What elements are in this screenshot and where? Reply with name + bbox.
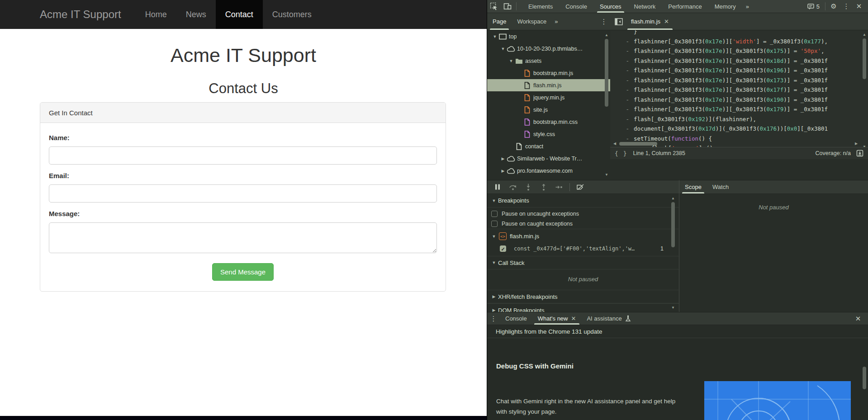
editor-vertical-scrollbar[interactable]: ▲ ▼ — [862, 32, 867, 150]
xhr-breakpoints-section-header[interactable]: ▶ XHR/fetch Breakpoints — [487, 290, 679, 303]
scrollbar-thumb[interactable] — [863, 367, 866, 389]
triangle-expanded-icon[interactable]: ▼ — [492, 34, 498, 39]
debugger-scrollbar[interactable]: ▲ ▼ — [670, 196, 676, 311]
code-line[interactable]: -flashinner[_0x3801f3(0x17e)][_0x3801f3(… — [610, 95, 861, 105]
line-gutter[interactable]: - — [610, 96, 634, 103]
tree-item-assets[interactable]: ▼assets — [487, 55, 610, 67]
send-message-button[interactable]: Send Message — [212, 263, 274, 281]
file-tab-flash-min-js[interactable]: flash.min.js ✕ — [626, 13, 674, 30]
tree-item-jquery.min.js[interactable]: jquery.min.js — [487, 91, 610, 104]
navigator-more-tabs-chevron[interactable]: » — [552, 18, 561, 25]
article-title-debug-css[interactable]: Debug CSS with Gemini — [496, 362, 574, 370]
name-field[interactable] — [49, 146, 437, 165]
devtools-tab-sources[interactable]: Sources — [593, 0, 628, 13]
line-gutter[interactable]: - — [610, 125, 634, 132]
code-line[interactable]: } — [610, 30, 861, 37]
devtools-tab-performance[interactable]: Performance — [662, 0, 708, 13]
drawer-tab-console[interactable]: Console — [500, 312, 532, 325]
tree-item-similarweb-website-tr-[interactable]: ▶Similarweb - Website Tr… — [487, 152, 610, 165]
code-line[interactable]: -flash[_0x3801f3(0x192)](flashinner), — [610, 114, 861, 124]
line-gutter[interactable]: - — [610, 116, 634, 123]
drawer-tab-close-icon[interactable]: ✕ — [571, 315, 576, 322]
tree-item-pro.fontawesome.com[interactable]: ▶pro.fontawesome.com — [487, 165, 610, 177]
pause-script-icon[interactable] — [491, 181, 504, 193]
step-into-icon[interactable] — [522, 181, 535, 193]
navigator-tab-workspace[interactable]: Workspace — [512, 13, 552, 30]
devtools-tab-elements[interactable]: Elements — [522, 0, 559, 13]
step-icon[interactable] — [552, 181, 566, 193]
drawer-close-icon[interactable]: ✕ — [852, 312, 864, 325]
line-gutter[interactable]: - — [610, 67, 634, 74]
nav-item-customers[interactable]: Customers — [263, 0, 321, 29]
tree-item-10-10-20-230.p.thmlabs-[interactable]: ▼10-10-20-230.p.thmlabs… — [487, 42, 610, 55]
step-out-icon[interactable] — [537, 181, 550, 193]
pause-caught-checkbox[interactable] — [491, 221, 498, 227]
devtools-menu-kebab-icon[interactable]: ⋮ — [840, 0, 853, 13]
drawer-tab-what-s-new[interactable]: What's new✕ — [532, 312, 582, 325]
tree-item-site.js[interactable]: site.js — [487, 104, 610, 116]
tree-item-flash.min.js[interactable]: flash.min.js — [487, 79, 610, 91]
nav-item-home[interactable]: Home — [136, 0, 176, 29]
drawer-scrollbar[interactable]: ▼ — [862, 366, 867, 420]
tree-item-top[interactable]: ▼top — [487, 30, 610, 42]
scroll-right-icon[interactable]: ▶ — [854, 141, 859, 146]
drawer-tab-ai-assistance[interactable]: AI assistance — [581, 312, 636, 325]
code-line[interactable]: -flashinner[_0x3801f3(0x17e)][_0x3801f3(… — [610, 66, 861, 76]
scroll-down-icon[interactable]: ▼ — [604, 172, 609, 178]
scrollbar-thumb[interactable] — [671, 202, 675, 247]
devtools-tab-memory[interactable]: Memory — [708, 0, 742, 13]
line-gutter[interactable]: - — [610, 47, 634, 54]
line-gutter[interactable]: - — [610, 77, 634, 84]
message-field[interactable] — [49, 222, 437, 253]
scrollbar-thumb[interactable] — [863, 38, 866, 79]
issues-count-button[interactable]: 5 — [804, 3, 823, 10]
breakpoint-entry-row[interactable]: ✓ const _0x477d=['#F00','textAlign','w… … — [487, 243, 679, 254]
more-panels-chevron[interactable]: » — [742, 3, 753, 10]
file-tab-close-icon[interactable]: ✕ — [664, 18, 669, 25]
breakpoint-file-group-header[interactable]: ▼ <> flash.min.js — [487, 229, 679, 243]
tab-scope[interactable]: Scope — [679, 180, 707, 193]
source-editor[interactable]: }-flashinner[_0x3801f3(0x17e)]['width'] … — [610, 30, 868, 159]
step-over-icon[interactable] — [506, 181, 520, 193]
settings-gear-icon[interactable]: ⚙ — [827, 0, 840, 13]
triangle-expanded-icon[interactable]: ▼ — [500, 47, 506, 51]
call-stack-section-header[interactable]: ▼ Call Stack — [487, 256, 679, 269]
code-line[interactable]: -flashinner[_0x3801f3(0x17e)][_0x3801f3(… — [610, 104, 861, 114]
tree-item-contact[interactable]: contact — [487, 140, 610, 152]
scroll-up-icon[interactable]: ▲ — [862, 32, 867, 38]
navigator-menu-kebab-icon[interactable]: ⋮ — [598, 15, 610, 28]
triangle-collapsed-icon[interactable]: ▶ — [500, 156, 506, 161]
line-gutter[interactable]: - — [610, 57, 634, 64]
code-line[interactable]: -flashinner[_0x3801f3(0x17e)]['width'] =… — [610, 37, 861, 47]
scroll-up-icon[interactable]: ▲ — [670, 196, 676, 201]
devtools-close-icon[interactable]: ✕ — [853, 0, 865, 13]
line-gutter[interactable]: - — [610, 38, 634, 45]
pretty-print-icon[interactable]: { } — [615, 150, 628, 157]
code-line[interactable]: -document[_0x3801f3(0x17d)](_0x3801f3(0x… — [610, 124, 861, 134]
site-brand[interactable]: Acme IT Support — [0, 0, 129, 29]
video-thumbnail[interactable]: new — [704, 381, 851, 420]
code-line[interactable]: -flashinner[_0x3801f3(0x17e)][_0x3801f3(… — [610, 85, 861, 95]
drawer-menu-kebab-icon[interactable]: ⋮ — [487, 312, 500, 325]
toggle-navigator-icon[interactable] — [612, 15, 626, 28]
triangle-expanded-icon[interactable]: ▼ — [508, 59, 514, 63]
device-toolbar-icon[interactable] — [501, 0, 514, 13]
email-field[interactable] — [49, 184, 437, 203]
devtools-tab-network[interactable]: Network — [628, 0, 662, 13]
triangle-collapsed-icon[interactable]: ▶ — [500, 169, 506, 173]
tab-watch[interactable]: Watch — [707, 180, 734, 193]
tree-item-bootstrap.min.js[interactable]: bootstrap.min.js — [487, 67, 610, 79]
line-gutter[interactable]: - — [610, 86, 634, 93]
navigator-tab-page[interactable]: Page — [487, 13, 512, 30]
scroll-left-icon[interactable]: ◀ — [612, 141, 617, 146]
deactivate-breakpoints-icon[interactable] — [574, 181, 587, 193]
devtools-tab-console[interactable]: Console — [559, 0, 593, 13]
dom-breakpoints-section-header[interactable]: ▶ DOM Breakpoints — [487, 303, 679, 312]
navigator-scrollbar[interactable]: ▲ ▼ — [604, 33, 609, 178]
code-line[interactable]: -flashinner[_0x3801f3(0x17e)][_0x3801f3(… — [610, 56, 861, 66]
nav-item-contact[interactable]: Contact — [216, 0, 263, 29]
scrollbar-thumb[interactable] — [605, 39, 608, 107]
scroll-down-icon[interactable]: ▼ — [670, 305, 676, 311]
code-line[interactable]: -flashinner[_0x3801f3(0x17e)][_0x3801f3(… — [610, 76, 861, 85]
tree-item-style.css[interactable]: style.css — [487, 128, 610, 140]
